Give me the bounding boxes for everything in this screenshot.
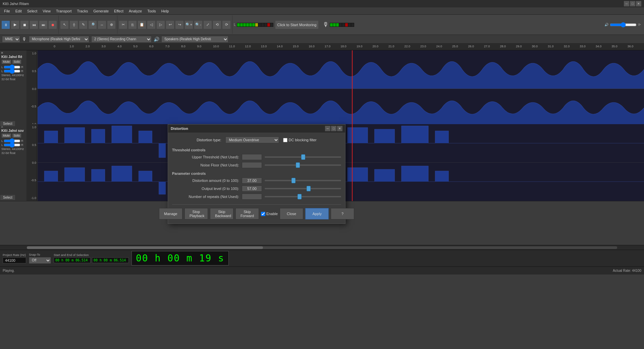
- noise-floor-thumb[interactable]: [296, 162, 300, 168]
- dialog-maximize[interactable]: □: [331, 126, 336, 131]
- menu-help[interactable]: Help: [159, 8, 172, 14]
- track-1-close[interactable]: ✕: [1, 51, 3, 55]
- cut-button[interactable]: ✂: [119, 20, 127, 29]
- output-level-input[interactable]: [242, 186, 262, 192]
- noise-floor-slider-track[interactable]: [265, 164, 341, 166]
- microphone-select[interactable]: Microphone (Realtek High Defini: [29, 36, 89, 43]
- selection-tool[interactable]: ↖: [60, 20, 69, 29]
- menu-tools[interactable]: Tools: [145, 8, 159, 14]
- dialog-close-x[interactable]: ✕: [337, 126, 342, 131]
- project-rate-input[interactable]: [3, 257, 26, 263]
- close-button[interactable]: ✕: [636, 1, 641, 6]
- menu-effect[interactable]: Effect: [111, 8, 126, 14]
- distortion-amount-slider-track[interactable]: [265, 180, 341, 181]
- zoom-tool[interactable]: 🔎: [88, 20, 97, 29]
- selection-label: Start and End of Selection: [54, 253, 129, 257]
- skip-forward-button[interactable]: Skip Forward: [235, 208, 259, 219]
- track-1-solo[interactable]: Solo: [12, 59, 21, 64]
- playback-speed-slider[interactable]: [610, 22, 637, 28]
- monitoring-text: Click to Start Monitoring: [277, 23, 317, 27]
- skip-backward-button[interactable]: Skip Backward: [210, 208, 233, 219]
- envelope-tool[interactable]: ⟠: [69, 20, 78, 29]
- zoom-fit-button[interactable]: ⟲: [213, 20, 221, 29]
- zoom-out-button[interactable]: 🔍-: [194, 20, 203, 29]
- maximize-button[interactable]: □: [630, 1, 635, 6]
- apply-button[interactable]: Apply: [305, 208, 329, 219]
- zoom-sel-button[interactable]: ⤢: [203, 20, 212, 29]
- pause-button[interactable]: ⏸: [1, 20, 10, 29]
- trim-button[interactable]: ◁: [147, 20, 156, 29]
- copy-button[interactable]: ⎘: [128, 20, 137, 29]
- track-1-mute-solo: Mute Solo: [1, 59, 25, 64]
- menu-edit[interactable]: Edit: [13, 8, 24, 14]
- multi-tool[interactable]: ⊕: [107, 20, 116, 29]
- stop-playback-button[interactable]: Stop Playback: [184, 208, 208, 219]
- distortion-amount-thumb[interactable]: [291, 178, 296, 183]
- repeats-thumb[interactable]: [298, 194, 302, 199]
- track-1-pan-slider[interactable]: [4, 70, 20, 72]
- upper-threshold-thumb[interactable]: [301, 154, 305, 160]
- distortion-amount-label: Distortion amount (0 to 100):: [172, 179, 239, 183]
- track-1-waveform[interactable]: [38, 50, 644, 127]
- noise-floor-input[interactable]: [242, 162, 262, 168]
- track-1-controls: ✕ Klči Jahvi Rě Mute Solo L R L: [0, 50, 27, 127]
- menu-file[interactable]: File: [1, 8, 13, 14]
- paste-button[interactable]: 📋: [138, 20, 146, 29]
- track-2-mute[interactable]: Mute: [1, 133, 11, 138]
- host-select[interactable]: MME: [2, 36, 20, 43]
- redo-button[interactable]: ↪: [175, 20, 184, 29]
- distortion-amount-input[interactable]: [242, 178, 262, 184]
- repeats-input[interactable]: [242, 194, 262, 200]
- track-2-select-button[interactable]: Select: [0, 195, 15, 200]
- menu-analyze[interactable]: Analyze: [126, 8, 145, 14]
- track-1-select-button[interactable]: Select: [0, 121, 15, 127]
- track-2-gain-slider[interactable]: [4, 140, 20, 142]
- end-time-input[interactable]: [92, 257, 129, 263]
- menu-select[interactable]: Select: [24, 8, 40, 14]
- help-button[interactable]: ?: [331, 208, 354, 219]
- parameter-controls-section: Parameter controls Distortion amount (0 …: [172, 171, 341, 200]
- start-monitoring-button[interactable]: Click to Start Monitoring: [275, 20, 319, 29]
- track-2-solo[interactable]: Solo: [12, 133, 21, 138]
- zoom-in-button[interactable]: 🔍+: [184, 20, 193, 29]
- snap-to-select[interactable]: Off Nearest: [29, 257, 51, 264]
- timeshift-tool[interactable]: ↔: [98, 20, 106, 29]
- output-level-row: Output level (0 to 100):: [172, 186, 341, 192]
- track-2-pan-slider[interactable]: [4, 144, 20, 146]
- channels-select[interactable]: 2 (Stereo) Recording Chann: [91, 36, 152, 43]
- undo-button[interactable]: ↩: [166, 20, 174, 29]
- start-time-input[interactable]: [54, 257, 91, 263]
- output-level-thumb[interactable]: [307, 186, 311, 191]
- draw-tool[interactable]: ✎: [79, 20, 88, 29]
- dc-blocking-checkbox[interactable]: [283, 138, 287, 142]
- play-button[interactable]: ▶: [11, 20, 19, 29]
- upper-threshold-input[interactable]: [242, 154, 262, 160]
- track-1-gain-slider[interactable]: [4, 66, 20, 68]
- stop-button[interactable]: ⏹: [20, 20, 29, 29]
- dialog-close-button[interactable]: Close: [280, 208, 303, 219]
- repeats-slider-track[interactable]: [265, 196, 341, 197]
- menu-generate[interactable]: Generate: [91, 8, 111, 14]
- distortion-type-select[interactable]: Medium Overdrive Hard Clipping Soft Clip…: [225, 137, 279, 143]
- menu-view[interactable]: View: [40, 8, 53, 14]
- silence-button[interactable]: ▷: [156, 20, 165, 29]
- minimize-button[interactable]: ─: [624, 1, 629, 6]
- app-title: Klči Jahvi Ritam: [3, 2, 29, 6]
- prev-button[interactable]: ⏮: [30, 20, 38, 29]
- title-bar: Klči Jahvi Ritam ─ □ ✕: [0, 0, 644, 7]
- enable-label: Enable: [266, 212, 278, 216]
- zoom-reset-button[interactable]: ⟳: [222, 20, 231, 29]
- menu-tracks[interactable]: Tracks: [74, 8, 91, 14]
- manage-button[interactable]: Manage: [159, 208, 182, 219]
- enable-checkbox[interactable]: [261, 212, 265, 216]
- dialog-minimize[interactable]: ─: [325, 126, 330, 131]
- upper-threshold-slider-track[interactable]: [265, 156, 341, 158]
- menu-transport[interactable]: Transport: [53, 8, 74, 14]
- speaker-select[interactable]: Speakers (Realtek High Definiti: [161, 36, 228, 43]
- record-button[interactable]: ⏺: [48, 20, 57, 29]
- status-playing: Playing.: [3, 269, 15, 272]
- track-1-mute[interactable]: Mute: [1, 59, 11, 64]
- h-scrollbar[interactable]: [0, 245, 644, 250]
- next-button[interactable]: ⏭: [39, 20, 48, 29]
- output-level-slider-track[interactable]: [265, 188, 341, 189]
